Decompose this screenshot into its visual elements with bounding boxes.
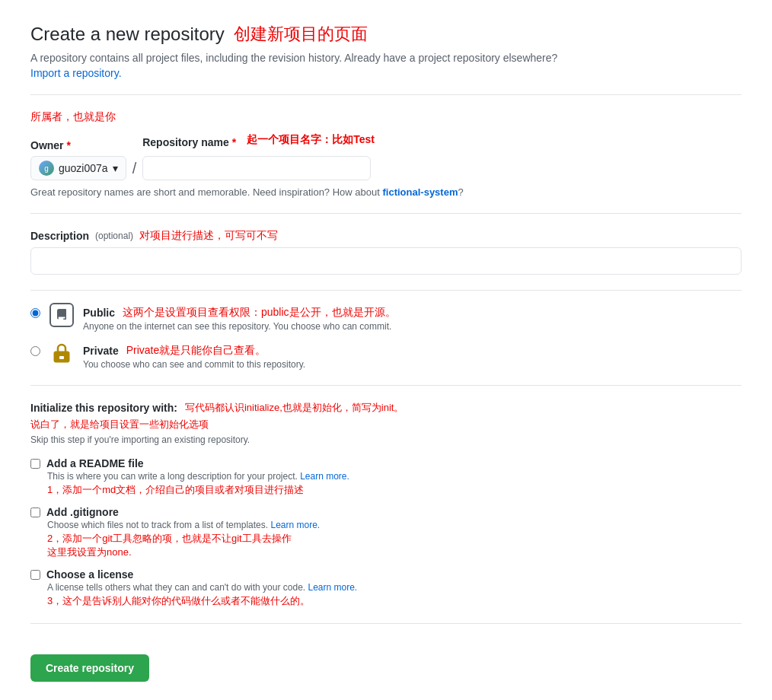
repo-name-input[interactable] [142,156,371,180]
divider-5 [30,623,742,624]
owner-annotation: 所属者，也就是你 [30,110,742,124]
public-annotation: 这两个是设置项目查看权限：public是公开，也就是开源。 [123,306,396,320]
init-title-row: Initialize this repository with: 写代码都认识i… [30,401,742,415]
page-title-annotation: 创建新项目的页面 [234,23,368,46]
public-name-row: Public 这两个是设置项目查看权限：public是公开，也就是开源。 [83,306,742,320]
owner-field-group: Owner * g guozi007a ▾ [30,139,126,180]
private-annotation: Private就是只能你自己查看。 [126,344,266,358]
page-title-row: Create a new repository 创建新项目的页面 [30,23,742,46]
divider-2 [30,213,742,214]
license-annotation: 3，这个是告诉别人能对你的代码做什么或者不能做什么的。 [30,594,742,608]
readme-option: Add a README file This is where you can … [30,457,742,497]
license-checkbox[interactable] [30,570,40,580]
private-name-row: Private Private就是只能你自己查看。 [83,344,742,358]
description-label-row: Description (optional) 对项目进行描述，可写可不写 [30,229,742,243]
repo-required: * [232,136,236,148]
initialize-section: Initialize this repository with: 写代码都认识i… [30,401,742,608]
private-icon [49,341,74,365]
gitignore-checkbox[interactable] [30,508,40,517]
svg-rect-1 [59,356,64,359]
owner-value: guozi007a [59,162,108,174]
readme-label: Add a README file [46,457,144,469]
inspiration-text: Great repository names are short and mem… [30,186,742,198]
readme-row: Add a README file [30,457,742,469]
public-desc: Anyone on the internet can see this repo… [83,321,742,332]
readme-learn-link[interactable]: Learn more. [300,471,349,482]
repo-name-annotation: 起一个项目名字：比如Test [247,133,375,147]
owner-avatar: g [39,161,54,176]
public-option: Public 这两个是设置项目查看权限：public是公开，也就是开源。 Any… [30,306,742,332]
license-label: Choose a license [46,568,133,581]
create-repository-button[interactable]: Create repository [30,654,149,682]
owner-select[interactable]: g guozi007a ▾ [30,156,126,180]
divider-3 [30,290,742,291]
description-input[interactable] [30,247,742,275]
license-option: Choose a license A license tells others … [30,568,742,608]
public-icon [49,303,74,327]
description-section: Description (optional) 对项目进行描述，可写可不写 [30,229,742,275]
license-row: Choose a license [30,568,742,581]
gitignore-row: Add .gitignore [30,506,742,518]
private-radio[interactable] [30,346,40,356]
divider-4 [30,385,742,386]
visibility-section: Public 这两个是设置项目查看权限：public是公开，也就是开源。 Any… [30,306,742,370]
page-subtitle: A repository contains all project files,… [30,52,742,64]
license-learn-link[interactable]: Learn more. [308,582,358,593]
page-title: Create a new repository [30,24,225,45]
repo-name-label-row: Repository name * 起一个项目名字：比如Test [142,133,375,151]
readme-desc: This is where you can write a long descr… [30,471,742,482]
page-container: Create a new repository 创建新项目的页面 A repos… [30,23,742,682]
public-text: Public 这两个是设置项目查看权限：public是公开，也就是开源。 Any… [83,306,742,332]
init-subtitle: Skip this step if you're importing an ex… [30,434,742,445]
import-link[interactable]: Import a repository. [30,67,122,79]
divider-1 [30,94,742,95]
chevron-down-icon: ▾ [113,162,118,174]
private-desc: You choose who can see and commit to thi… [83,359,742,370]
readme-annotation: 1，添加一个md文档，介绍自己的项目或者对项目进行描述 [30,483,742,497]
owner-label: Owner * [30,139,126,151]
readme-checkbox[interactable] [30,459,40,469]
gitignore-label: Add .gitignore [46,506,119,518]
public-radio[interactable] [30,308,40,318]
license-desc: A license tells others what they can and… [30,582,742,593]
owner-repo-row: Owner * g guozi007a ▾ / Repository name … [30,133,742,180]
gitignore-desc: Choose which files not to track from a l… [30,520,742,530]
gitignore-learn-link[interactable]: Learn more. [270,520,320,530]
gitignore-annotation: 2，添加一个git工具忽略的项，也就是不让git工具去操作 这里我设置为none… [30,532,742,559]
owner-required: * [67,139,71,151]
init-annotation2: 说白了，就是给项目设置一些初始化选项 [30,418,742,431]
init-annotation1: 写代码都认识initialize,也就是初始化，简写为init。 [185,401,404,415]
private-option: Private Private就是只能你自己查看。 You choose who… [30,344,742,370]
private-text: Private Private就是只能你自己查看。 You choose who… [83,344,742,370]
suggestion-link[interactable]: fictional-system [382,186,458,198]
path-separator: / [126,156,143,180]
desc-annotation: 对项目进行描述，可写可不写 [139,229,278,243]
repo-name-field-group: Repository name * 起一个项目名字：比如Test [142,133,375,180]
desc-optional: (optional) [95,231,133,241]
gitignore-option: Add .gitignore Choose which files not to… [30,506,742,559]
